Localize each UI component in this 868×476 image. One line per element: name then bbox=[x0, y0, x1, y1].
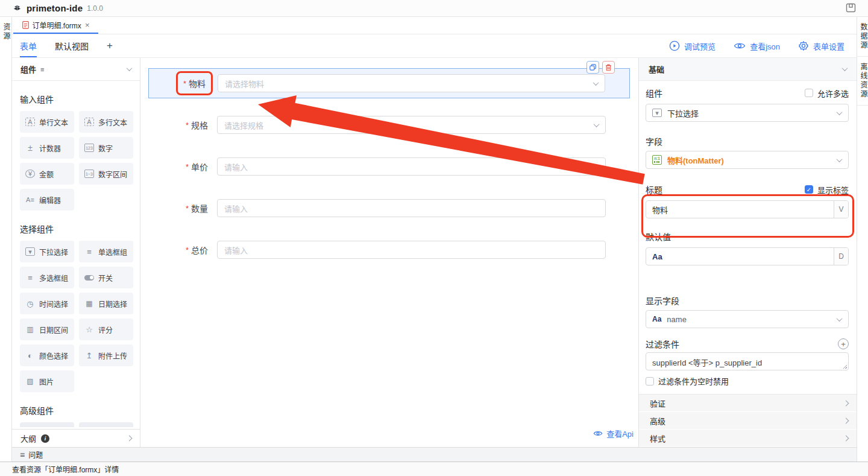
component-checkbox-group[interactable]: ≡多选框组 bbox=[20, 267, 74, 288]
field-row-quantity[interactable]: *数量 请输入 bbox=[148, 199, 606, 217]
add-filter-button[interactable]: + bbox=[838, 338, 849, 349]
dropdown-select-icon: ▾ bbox=[652, 109, 662, 117]
color-picker-icon: ◐ bbox=[25, 351, 35, 360]
chevron-down-icon bbox=[593, 80, 599, 86]
title-label: 标题 bbox=[646, 183, 662, 195]
component-date-range[interactable]: ▥日期区间 bbox=[20, 319, 74, 340]
component-label: 组件 bbox=[646, 87, 662, 99]
field-label-material: 物料 bbox=[189, 77, 206, 89]
view-api-link[interactable]: 查看Api bbox=[593, 428, 634, 439]
component-rating[interactable]: ☆评分 bbox=[79, 319, 133, 340]
allow-multi-checkbox[interactable]: 允许多选 bbox=[805, 87, 849, 99]
default-value-input[interactable] bbox=[662, 248, 834, 265]
component-date-picker[interactable]: ▦日期选择 bbox=[79, 293, 133, 314]
copy-icon bbox=[590, 64, 596, 71]
debug-preview-button[interactable]: 调试预览 bbox=[669, 40, 715, 52]
field-row-unit-price[interactable]: *单价 请输入 bbox=[148, 157, 606, 176]
number-range-icon: 1~3 bbox=[84, 170, 94, 178]
section-basic-header[interactable]: 基础 bbox=[639, 58, 857, 81]
section-advanced[interactable]: 高级 bbox=[639, 412, 857, 430]
form-canvas[interactable]: * 物料 请选择物料 *规格 请选择规格 *单价 请输入 bbox=[140, 58, 638, 447]
show-label-checkbox[interactable]: ✓显示标签 bbox=[805, 184, 849, 195]
component-number-range[interactable]: 1~3数字区间 bbox=[79, 163, 133, 185]
relation-field-icon: n:1 bbox=[652, 155, 662, 165]
unit-price-input[interactable]: 请输入 bbox=[217, 157, 606, 176]
chevron-right-icon bbox=[843, 435, 849, 441]
offline-resources-vertical-tab[interactable]: 离线资源 bbox=[857, 57, 868, 106]
field-select[interactable]: n:1 物料(tonMatter) bbox=[646, 151, 849, 169]
material-select[interactable]: 请选择物料 bbox=[218, 74, 605, 92]
display-field-select[interactable]: Aa name bbox=[646, 310, 849, 328]
field-label-quantity: 数量 bbox=[191, 202, 208, 214]
resources-vertical-tab[interactable]: 资源 bbox=[0, 17, 11, 47]
problems-bar[interactable]: ≡ 问题 bbox=[12, 447, 857, 462]
component-counter[interactable]: ±计数器 bbox=[20, 137, 74, 159]
currency-icon: ¥ bbox=[25, 170, 35, 178]
upload-icon: ↥ bbox=[84, 351, 94, 360]
component-single-line-text[interactable]: A单行文本 bbox=[20, 111, 74, 133]
tab-order-detail-formx[interactable]: 订单明细.formx × bbox=[13, 17, 98, 34]
default-value-mode-button[interactable]: D bbox=[834, 248, 848, 265]
copy-field-button[interactable] bbox=[587, 61, 599, 74]
components-menu-icon[interactable]: ≡ bbox=[40, 66, 44, 73]
component-stub[interactable] bbox=[79, 422, 133, 427]
component-image[interactable]: ▧图片 bbox=[20, 370, 74, 392]
text-type-icon: Aa bbox=[646, 248, 662, 265]
inspector-panel: 基础 组件 允许多选 ▾ 下拉选择 字段 n:1 物料(tonMatter) bbox=[638, 58, 857, 447]
layout-toggle-icon[interactable] bbox=[846, 3, 856, 13]
required-mark: * bbox=[183, 79, 186, 88]
component-type-select[interactable]: ▾ 下拉选择 bbox=[646, 104, 849, 122]
tab-close-icon[interactable]: × bbox=[85, 21, 90, 30]
filter-condition-input[interactable]: supplierId <等于> p_supplier_id bbox=[646, 353, 848, 370]
field-row-material-selected[interactable]: * 物料 请选择物料 bbox=[148, 68, 630, 98]
components-panel-header[interactable]: 组件 ≡ bbox=[12, 58, 140, 81]
spec-select[interactable]: 请选择规格 bbox=[217, 116, 606, 134]
component-file-upload[interactable]: ↥附件上传 bbox=[79, 344, 133, 366]
formx-file-icon bbox=[22, 21, 29, 29]
component-switch[interactable]: 开关 bbox=[79, 267, 133, 288]
component-editor[interactable]: A≡编辑器 bbox=[20, 189, 74, 211]
component-time-picker[interactable]: ◷时间选择 bbox=[20, 293, 74, 314]
component-currency[interactable]: ¥金额 bbox=[20, 163, 74, 185]
total-price-input[interactable]: 请输入 bbox=[217, 241, 606, 259]
add-view-button[interactable]: + bbox=[107, 34, 113, 57]
checkbox-unchecked[interactable] bbox=[805, 89, 813, 97]
chevron-down-icon[interactable] bbox=[127, 65, 133, 71]
component-number[interactable]: 123数字 bbox=[79, 137, 133, 159]
chevron-right-icon[interactable] bbox=[127, 436, 133, 442]
chevron-down-icon[interactable] bbox=[842, 65, 848, 71]
component-radio-group[interactable]: ≡单选框组 bbox=[79, 241, 133, 262]
component-stub[interactable] bbox=[20, 422, 74, 427]
list-icon: ≡ bbox=[20, 450, 25, 460]
delete-field-button[interactable] bbox=[602, 61, 615, 74]
tab-default-view[interactable]: 默认视图 bbox=[55, 34, 89, 57]
quantity-input[interactable]: 请输入 bbox=[217, 199, 606, 217]
component-dropdown-select[interactable]: ▾下拉选择 bbox=[20, 241, 74, 262]
datasource-vertical-tab[interactable]: 数据源 bbox=[857, 17, 868, 57]
field-row-total-price[interactable]: *总价 请输入 bbox=[148, 241, 606, 259]
view-json-button[interactable]: 查看json bbox=[734, 40, 780, 52]
form-settings-button[interactable]: 表单设置 bbox=[798, 40, 844, 52]
gear-icon bbox=[798, 40, 809, 51]
section-style[interactable]: 样式 bbox=[639, 430, 857, 447]
checkbox-unchecked[interactable] bbox=[646, 377, 654, 386]
tab-form[interactable]: 表单 bbox=[20, 34, 37, 57]
clock-icon: ◷ bbox=[25, 299, 35, 308]
switch-icon bbox=[84, 275, 94, 281]
field-label-unit-price: 单价 bbox=[191, 160, 208, 173]
title-input-group: V bbox=[646, 200, 849, 218]
title-variable-button[interactable]: V bbox=[834, 201, 848, 218]
filter-empty-disable-checkbox[interactable]: 过滤条件为空时禁用 bbox=[646, 375, 849, 387]
text-type-icon: Aa bbox=[652, 315, 661, 323]
outline-bar[interactable]: 大纲 i bbox=[12, 429, 140, 447]
right-activity-strip: 数据源 离线资源 bbox=[857, 17, 868, 462]
title-input[interactable] bbox=[646, 201, 834, 218]
field-row-spec[interactable]: *规格 请选择规格 bbox=[148, 116, 606, 134]
section-validation[interactable]: 验证 bbox=[639, 395, 857, 412]
counter-icon: ± bbox=[25, 144, 35, 152]
app-title-bar: primeton-ide 1.0.0 bbox=[0, 0, 868, 17]
checkbox-checked[interactable]: ✓ bbox=[805, 185, 813, 194]
component-multi-line-text[interactable]: A多行文本 bbox=[79, 111, 133, 133]
component-color-picker[interactable]: ◐颜色选择 bbox=[20, 344, 74, 366]
annotation-highlight-label: * 物料 bbox=[176, 71, 213, 95]
